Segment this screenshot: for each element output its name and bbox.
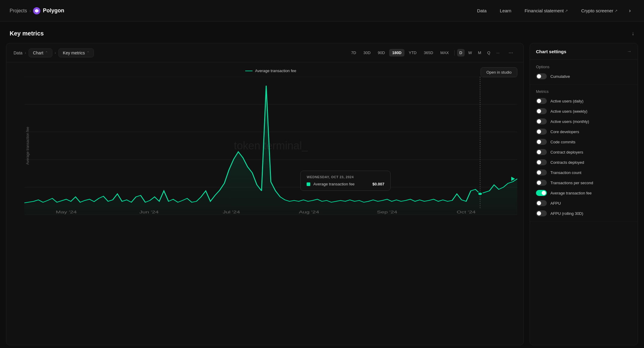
time-btn-7d[interactable]: 7D xyxy=(348,49,359,56)
nav-more-button[interactable]: › xyxy=(625,5,634,16)
metric-row: Transactions per second xyxy=(536,180,632,186)
interval-btn-w[interactable]: W xyxy=(466,49,474,56)
metric-row: AFPU xyxy=(536,200,632,206)
panel-title: Chart settings xyxy=(536,49,566,54)
time-btn-365d[interactable]: 365D xyxy=(421,49,436,56)
metric-toggle-active-users-(monthly)[interactable] xyxy=(536,118,547,124)
time-btn-30d[interactable]: 30D xyxy=(360,49,373,56)
key-metrics-title: Key metrics xyxy=(10,30,44,37)
chart-area: Data › Chart ⌃ › Key metrics ⌃ 7D 30D 90… xyxy=(6,43,524,345)
toolbar-data-label: Data xyxy=(14,50,23,55)
interval-btn-q[interactable]: Q xyxy=(485,49,493,56)
financial-statement-ext-icon: ↗ xyxy=(565,9,568,13)
key-metrics-header: Key metrics ↓ xyxy=(0,22,644,43)
metric-row: Contract deployers xyxy=(536,149,632,155)
interval-btn-m[interactable]: M xyxy=(475,49,484,56)
crypto-screener-ext-icon: ↗ xyxy=(615,9,618,13)
more-options-button[interactable]: ··· xyxy=(506,48,516,57)
metrics-title: Metrics xyxy=(536,89,632,94)
top-nav: Projects › Polygon Data Learn Financial … xyxy=(0,0,644,22)
metric-toggle-afpu-(rolling-30d)[interactable] xyxy=(536,210,547,216)
main-content: Data › Chart ⌃ › Key metrics ⌃ 7D 30D 90… xyxy=(0,43,644,345)
nav-learn-button[interactable]: Learn xyxy=(494,6,517,16)
time-btn-180d[interactable]: 180D xyxy=(389,49,404,56)
metric-toggle-active-users-(daily)[interactable] xyxy=(536,98,547,104)
polygon-icon xyxy=(33,7,40,14)
key-metrics-dropdown-arrow: ⌃ xyxy=(87,51,89,55)
metric-label-8: Transactions per second xyxy=(550,181,593,185)
legend-line-avg-fee xyxy=(245,71,252,71)
legend-item-avg-fee: Average transaction fee xyxy=(245,69,296,73)
chart-container: Average transaction fee token terminal_ … xyxy=(24,77,517,215)
interval-btn-d[interactable]: D xyxy=(457,49,465,56)
nav-breadcrumb: Projects › Polygon xyxy=(10,7,472,14)
tooltip-metric-label: Average transaction fee xyxy=(313,182,369,186)
metric-toggle-afpu[interactable] xyxy=(536,200,547,206)
svg-text:Oct '24: Oct '24 xyxy=(457,210,476,214)
metric-label-5: Contract deployers xyxy=(550,150,583,154)
chart-tooltip: WEDNESDAY, OCT 23, 2024 Average transact… xyxy=(300,171,391,191)
cumulative-toggle[interactable] xyxy=(536,73,547,79)
open-studio-button[interactable]: Open in studio xyxy=(481,67,517,77)
metric-label-1: Active users (weekly) xyxy=(550,109,587,114)
metric-toggle-average-transaction-fee[interactable] xyxy=(536,190,547,196)
metric-label-4: Code commits xyxy=(550,140,575,144)
metric-label-10: AFPU xyxy=(550,201,561,206)
download-icon[interactable]: ↓ xyxy=(632,30,634,37)
svg-text:Sep '24: Sep '24 xyxy=(377,210,397,214)
right-panel: Chart settings → Options Cumulative Metr… xyxy=(530,43,638,345)
cumulative-row: Cumulative xyxy=(536,73,632,79)
financial-statement-label: Financial statement xyxy=(525,8,564,13)
metric-label-0: Active users (daily) xyxy=(550,99,584,103)
time-btn-max[interactable]: MAX xyxy=(437,49,452,56)
time-btn-ytd[interactable]: YTD xyxy=(406,49,420,56)
metric-label-7: Transaction count xyxy=(550,170,581,175)
metric-label-6: Contracts deployed xyxy=(550,160,584,165)
metrics-list: Active users (daily)Active users (weekly… xyxy=(536,98,632,216)
options-section: Options Cumulative xyxy=(530,60,638,84)
time-btn-90d[interactable]: 90D xyxy=(375,49,388,56)
chart-body: Open in studio Average transaction fee A… xyxy=(6,63,523,345)
panel-header: Chart settings → xyxy=(530,43,638,60)
metric-toggle-contract-deployers[interactable] xyxy=(536,149,547,155)
options-title: Options xyxy=(536,65,632,69)
tooltip-date: WEDNESDAY, OCT 23, 2024 xyxy=(307,175,384,179)
toolbar-breadcrumb-chevron2: › xyxy=(55,51,56,55)
toolbar-breadcrumb: Data › Chart ⌃ › Key metrics ⌃ xyxy=(14,48,94,57)
metric-toggle-contracts-deployed[interactable] xyxy=(536,159,547,165)
nav-financial-statement-button[interactable]: Financial statement ↗ xyxy=(519,6,573,16)
chart-toolbar: Data › Chart ⌃ › Key metrics ⌃ 7D 30D 90… xyxy=(6,43,523,63)
nav-right: Data Learn Financial statement ↗ Crypto … xyxy=(472,5,634,16)
legend-label-avg-fee: Average transaction fee xyxy=(255,69,296,73)
metric-row: Active users (daily) xyxy=(536,98,632,104)
tooltip-metric-value: $0.007 xyxy=(373,182,385,186)
metrics-section: Metrics Active users (daily)Active users… xyxy=(530,84,638,221)
metric-toggle-transaction-count[interactable] xyxy=(536,169,547,176)
panel-collapse-arrow[interactable]: → xyxy=(627,49,632,54)
chart-dropdown[interactable]: Chart ⌃ xyxy=(29,48,52,57)
metric-row: AFPU (rolling 30D) xyxy=(536,210,632,216)
svg-point-19 xyxy=(478,192,482,195)
nav-polygon: Polygon xyxy=(33,7,64,14)
tooltip-dot xyxy=(307,182,310,186)
nav-projects-link[interactable]: Projects xyxy=(10,8,27,14)
key-metrics-dropdown[interactable]: Key metrics ⌃ xyxy=(58,48,94,57)
crypto-screener-label: Crypto screener xyxy=(581,8,613,13)
metric-toggle-core-developers[interactable] xyxy=(536,129,547,135)
metric-toggle-code-commits[interactable] xyxy=(536,139,547,145)
metric-label-11: AFPU (rolling 30D) xyxy=(550,211,583,216)
metric-toggle-active-users-(weekly)[interactable] xyxy=(536,108,547,114)
chart-dropdown-arrow: ⌃ xyxy=(45,51,48,55)
svg-text:May '24: May '24 xyxy=(56,210,77,214)
chart-legend: Average transaction fee xyxy=(24,69,517,73)
metric-row: Active users (monthly) xyxy=(536,118,632,124)
chart-svg: $0.08 $0.06 $0.04 $0.02 $0 xyxy=(24,77,517,215)
nav-crypto-screener-button[interactable]: Crypto screener ↗ xyxy=(576,6,623,16)
nav-data-button[interactable]: Data xyxy=(472,6,492,16)
metric-label-2: Active users (monthly) xyxy=(550,119,589,124)
metric-row: Core developers xyxy=(536,129,632,135)
metric-row: Contracts deployed xyxy=(536,159,632,165)
time-more-label[interactable]: ··· xyxy=(494,49,502,56)
metric-label-3: Core developers xyxy=(550,130,579,134)
metric-toggle-transactions-per-second[interactable] xyxy=(536,180,547,186)
